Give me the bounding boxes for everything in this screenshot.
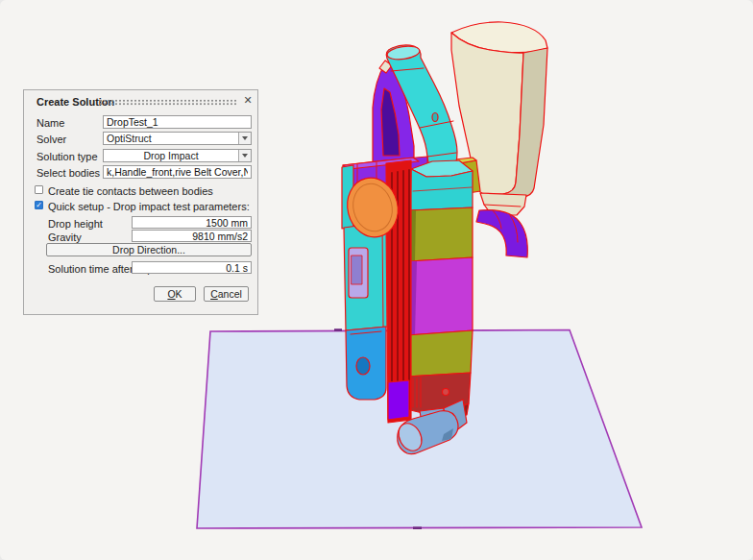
plane-vertex-tick [413,526,422,529]
chevron-down-icon [242,154,248,158]
lower-bracket[interactable] [346,327,386,400]
solver-dropdown[interactable]: OptiStruct [103,132,252,145]
select-bodies-input[interactable] [103,165,252,179]
base-button [443,389,449,396]
elbow-duct[interactable] [476,210,527,257]
close-icon[interactable]: ✕ [241,93,255,107]
tie-contacts-label: Create tie contacts between bodies [48,185,213,197]
drop-height-input[interactable] [132,216,252,229]
solution-type-label: Solution type [36,151,98,162]
band-olive-upper[interactable] [409,207,473,261]
bracket-hole [356,357,370,375]
name-label: Name [36,117,64,129]
panel-window-inner [352,256,362,284]
drag-handle-dots[interactable] [99,99,237,106]
gravity-label: Gravity [48,231,82,243]
quick-setup-label: Quick setup - Drop impact test parameter… [48,201,250,212]
tube-hole [432,113,438,122]
spine-purple-patch[interactable] [388,380,409,420]
solver-label: Solver [36,134,66,145]
solution-time-input[interactable] [132,261,252,274]
gravity-input[interactable] [132,230,252,242]
plane-vertex-tick [334,329,342,331]
dust-canister[interactable] [406,160,473,421]
chevron-down-icon [242,136,248,140]
name-input[interactable] [103,115,252,129]
solver-value: OptiStruct [104,133,238,144]
tie-contacts-checkbox[interactable] [35,185,43,194]
band-olive-lower[interactable] [406,330,473,377]
solution-type-dropdown[interactable]: Drop Impact [103,149,252,162]
side-panel[interactable] [344,222,387,330]
app-window: Create Solution ✕ Name Solver OptiStruct… [0,0,753,560]
select-bodies-label: Select bodies [36,167,100,179]
create-solution-dialog: Create Solution ✕ Name Solver OptiStruct… [23,89,258,315]
drop-height-label: Drop height [48,218,103,230]
solver-dropdown-arrow[interactable] [238,133,251,144]
quick-setup-checkbox[interactable] [35,201,43,209]
ok-button[interactable]: OK [154,286,196,302]
band-magenta[interactable] [407,257,473,335]
solution-type-value: Drop Impact [104,150,238,161]
cancel-button[interactable]: Cancel [204,286,249,302]
solution-type-dropdown-arrow[interactable] [238,150,251,161]
drop-direction-button[interactable]: Drop Direction... [46,243,252,256]
